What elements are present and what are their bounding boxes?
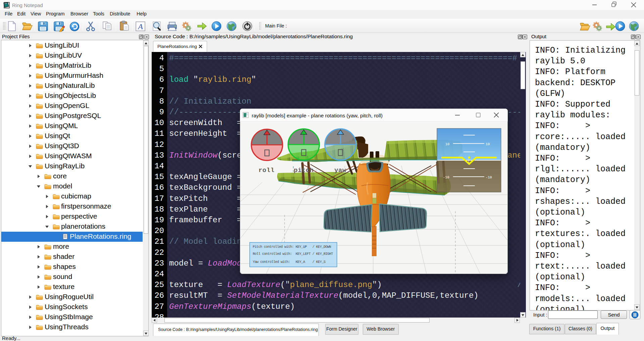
svg-text:pitch: pitch xyxy=(294,167,314,174)
svg-text:-10: -10 xyxy=(443,175,449,179)
svg-text:Yaw controlled with: KEY_A: Yaw controlled with: KEY_A / KEY_S xyxy=(253,260,326,264)
svg-text:yaw: yaw xyxy=(334,167,346,174)
svg-text:-10: -10 xyxy=(486,175,492,179)
svg-text:Roll controlled with: KEY_LEF: Roll controlled with: KEY_LEFT / KEY_RIG… xyxy=(253,252,333,256)
svg-text:raylib [models] example - plan: raylib [models] example - plane rotation… xyxy=(252,113,383,118)
svg-text:A: A xyxy=(137,22,143,31)
svg-text:Pitch controlled with: KEY_UP: Pitch controlled with: KEY_UP / KEY_DOWN xyxy=(253,245,331,249)
svg-text:10: 10 xyxy=(445,142,450,146)
svg-text:roll: roll xyxy=(258,167,275,174)
svg-text:10: 10 xyxy=(486,142,490,146)
